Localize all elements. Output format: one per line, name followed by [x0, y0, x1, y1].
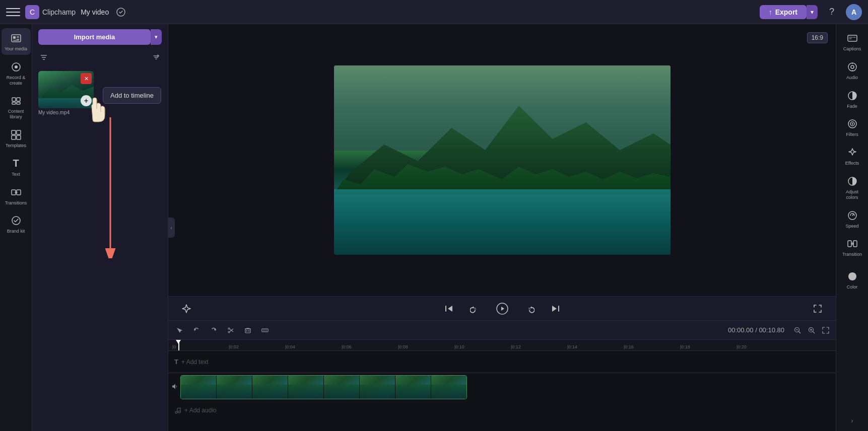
media-item-my-video[interactable]: ✕ + My video.mp4	[38, 71, 98, 115]
sidebar-item-filters[interactable]: Filters	[838, 114, 867, 140]
svg-point-49	[178, 411, 180, 413]
menu-button[interactable]	[6, 5, 20, 19]
export-dropdown-button[interactable]: ▾	[807, 5, 818, 19]
sidebar-label-speed: Speed	[845, 224, 858, 229]
svg-point-31	[228, 328, 230, 329]
import-media-button[interactable]: Import media	[38, 29, 151, 45]
sidebar-item-content-library[interactable]: Content library	[2, 91, 31, 123]
media-delete-button[interactable]: ✕	[81, 73, 92, 84]
filter-icon[interactable]	[38, 52, 49, 63]
panel-collapse-button[interactable]: ‹	[168, 218, 175, 238]
ruler-mark-002: |0:02	[229, 344, 285, 350]
selection-tool-button[interactable]	[172, 323, 186, 337]
skip-to-end-button[interactable]	[548, 301, 564, 317]
sidebar-item-record-create[interactable]: Record & create	[2, 57, 31, 89]
sidebar-item-brand-kit[interactable]: Brand kit	[2, 210, 31, 237]
audio-track-row[interactable]: + Add audio	[168, 401, 836, 419]
forward-button[interactable]: 5	[521, 301, 538, 317]
more-options-button[interactable]	[258, 323, 272, 337]
import-wrapper: Import media ▾	[38, 29, 162, 45]
svg-rect-13	[17, 130, 21, 134]
video-preview	[334, 65, 671, 255]
add-text-button[interactable]: T + Add text	[168, 358, 836, 366]
video-background	[334, 65, 671, 255]
captions-icon	[846, 32, 858, 44]
video-clip[interactable]	[180, 375, 467, 399]
collapse-right-sidebar-button[interactable]: ›	[846, 415, 858, 427]
sidebar-item-effects[interactable]: Effects	[838, 142, 867, 169]
svg-rect-53	[848, 35, 857, 41]
effects-icon	[846, 147, 858, 159]
save-icon[interactable]	[114, 5, 128, 19]
sidebar-item-captions[interactable]: Captions	[838, 28, 867, 55]
rewind-button[interactable]: 5	[467, 301, 483, 317]
play-button[interactable]	[493, 300, 511, 318]
timeline-ruler: |0 |0:02 |0:04 |0:06 |0:08 |0:10 |0:12 |…	[168, 340, 836, 351]
sidebar-item-color[interactable]: Color	[838, 266, 867, 293]
sidebar-label-your-media: Your media	[5, 46, 27, 52]
avatar[interactable]: A	[846, 4, 862, 20]
svg-rect-9	[17, 98, 20, 101]
preview-area: 16:9	[168, 24, 836, 296]
add-to-timeline-tooltip: Add to timeline	[103, 87, 161, 104]
sidebar-label-adjust-colors: Adjust colors	[840, 189, 865, 200]
fullscreen-button[interactable]	[810, 301, 826, 317]
export-button[interactable]: ↑ Export	[760, 5, 807, 19]
delete-button[interactable]	[241, 323, 255, 337]
skip-to-start-button[interactable]	[441, 301, 457, 317]
sidebar-item-fade[interactable]: Fade	[838, 86, 867, 112]
media-add-button[interactable]: +	[81, 95, 92, 106]
svg-rect-3	[17, 36, 19, 38]
magic-button[interactable]	[178, 301, 194, 317]
ruler-mark-016: |0:16	[624, 344, 680, 350]
playhead-triangle	[176, 340, 181, 344]
help-button[interactable]: ?	[824, 4, 840, 20]
import-media-dropdown[interactable]: ▾	[151, 29, 162, 45]
sidebar-item-templates[interactable]: Templates	[2, 125, 31, 152]
fit-to-window-button[interactable]	[820, 324, 832, 336]
zoom-out-button[interactable]	[791, 324, 804, 336]
svg-rect-69	[853, 241, 857, 247]
topbar-right: ↑ Export ▾ ? A	[760, 4, 862, 20]
svg-point-57	[848, 63, 856, 71]
svg-rect-10	[12, 102, 16, 104]
redo-button[interactable]	[207, 323, 221, 337]
svg-rect-8	[12, 98, 16, 101]
clip-thumb-6	[360, 376, 395, 399]
sidebar-item-your-media[interactable]: Your media	[2, 28, 31, 55]
svg-rect-38	[262, 329, 268, 332]
ruler-mark-010: |0:10	[454, 344, 511, 350]
aspect-ratio-badge[interactable]: 16:9	[807, 32, 828, 43]
text-track-row: T + Add text	[168, 351, 836, 373]
sidebar-item-speed[interactable]: Speed	[838, 205, 867, 232]
ruler-mark-020: |0:20	[737, 344, 793, 350]
zoom-in-button[interactable]	[806, 324, 818, 336]
svg-rect-4	[17, 39, 19, 40]
left-sidebar: Your media Record & create Content lib	[0, 24, 32, 431]
sidebar-item-audio[interactable]: Audio	[838, 57, 867, 84]
sidebar-item-text[interactable]: T Text	[2, 154, 31, 180]
color-icon	[846, 270, 858, 282]
sort-icon[interactable]	[151, 52, 162, 63]
svg-rect-2	[13, 36, 16, 39]
clip-thumb-4	[288, 376, 323, 399]
your-media-icon	[10, 32, 22, 44]
sidebar-label-color: Color	[847, 284, 858, 290]
transitions-icon	[10, 186, 22, 198]
svg-point-58	[851, 65, 854, 68]
sidebar-item-transitions[interactable]: Transitions	[2, 182, 31, 209]
clip-thumb-3	[252, 376, 288, 399]
ruler-mark-006: |0:06	[342, 344, 398, 350]
undo-button[interactable]	[189, 323, 204, 337]
sidebar-item-adjust-colors[interactable]: Adjust colors	[838, 171, 867, 203]
project-name[interactable]: My video	[81, 8, 109, 16]
svg-line-52	[177, 408, 180, 408]
sidebar-label-fade: Fade	[847, 104, 857, 109]
cut-button[interactable]	[224, 323, 238, 337]
record-create-icon	[10, 61, 22, 73]
ruler-mark-008: |0:08	[398, 344, 454, 350]
sidebar-item-transition[interactable]: Transition	[838, 234, 867, 260]
logo-icon: C	[25, 5, 39, 19]
sidebar-label-transitions: Transitions	[5, 200, 27, 206]
center-panel: 16:9	[168, 24, 836, 431]
